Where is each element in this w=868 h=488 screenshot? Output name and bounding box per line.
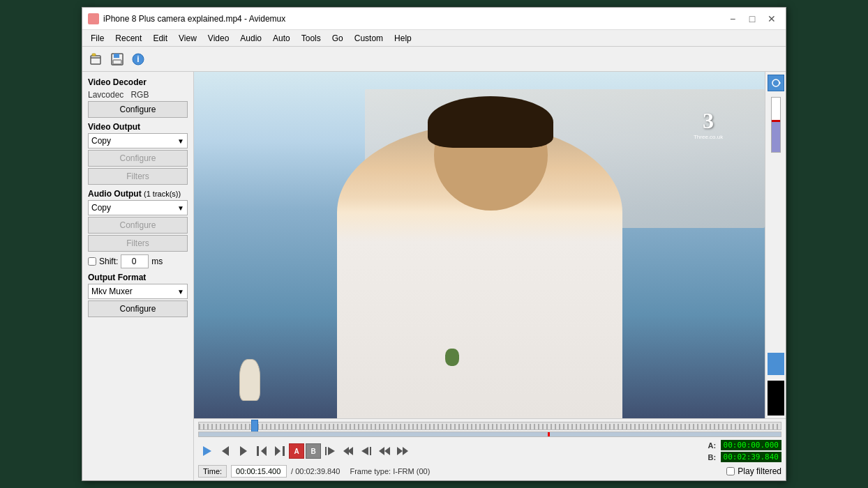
output-format-configure-btn[interactable]: Configure [88, 300, 188, 317]
close-btn[interactable]: ✕ [763, 10, 780, 27]
decoder-configure-btn[interactable]: Configure [88, 101, 188, 118]
menu-custom[interactable]: Custom [349, 30, 389, 46]
codec-name: Lavcodec [88, 90, 124, 100]
mark-a-btn[interactable]: A [289, 443, 304, 459]
svg-rect-15 [325, 447, 327, 455]
output-format-dropdown-row: Mkv Muxer ▼ [88, 284, 188, 299]
output-format-arrow-icon: ▼ [177, 288, 184, 296]
svg-marker-23 [397, 447, 403, 455]
a-time-value: 00:00:00.000 [721, 440, 781, 450]
next-frame-btn[interactable] [234, 442, 253, 460]
svg-marker-21 [379, 447, 384, 455]
playback-section: A B [194, 439, 786, 464]
rewind-btn[interactable] [375, 442, 394, 460]
toolbar: i [82, 47, 786, 72]
svg-rect-4 [113, 60, 121, 64]
audio-output-dropdown-row: Copy ▼ [88, 200, 188, 215]
info-toolbar-btn[interactable]: i [128, 49, 148, 69]
menu-help[interactable]: Help [389, 30, 417, 46]
prev-frame-btn[interactable] [216, 442, 234, 460]
output-format-section: Output Format Mkv Muxer ▼ Configure [88, 273, 188, 317]
main-content: Video Decoder Lavcodec RGB Configure Vid… [82, 72, 786, 480]
video-decoder-section: Video Decoder Lavcodec RGB Configure [88, 77, 188, 118]
audio-output-value: Copy [91, 203, 111, 213]
window-controls: − □ ✕ [724, 10, 780, 27]
video-output-filters-btn[interactable]: Filters [88, 168, 188, 185]
b-time-row: B: 00:02:39.840 [708, 452, 781, 462]
maximize-btn[interactable]: □ [744, 10, 761, 27]
play-filtered-checkbox[interactable] [726, 467, 735, 475]
shift-checkbox[interactable] [88, 257, 96, 266]
play-btn[interactable] [198, 442, 216, 460]
a-time-row: A: 00:00:00.000 [708, 440, 781, 450]
volume-slider[interactable] [771, 97, 781, 153]
ffwd-btn[interactable] [394, 442, 412, 460]
status-section: Time: 00:00:15.400 / 00:02:39.840 Frame … [194, 464, 786, 480]
audio-output-section: Audio Output (1 track(s)) Copy ▼ Configu… [88, 189, 188, 268]
seek-bar-track [199, 424, 781, 429]
video-output-value: Copy [91, 136, 111, 146]
svg-rect-12 [257, 446, 259, 456]
shift-label: Shift: [99, 257, 118, 266]
a-label: A: [708, 441, 718, 450]
video-output-arrow-icon: ▼ [177, 137, 184, 145]
play-filtered-label: Play filtered [738, 466, 781, 476]
video-output-configure-btn[interactable]: Configure [88, 150, 188, 167]
menu-go[interactable]: Go [327, 30, 349, 46]
svg-marker-9 [222, 446, 229, 456]
volume-section [771, 97, 781, 153]
title-bar: iPhone 8 Plus camera explained.mp4 - Avi… [82, 8, 786, 30]
goto-start-btn[interactable] [321, 442, 339, 460]
menu-bar: File Recent Edit View Video Audio Auto T… [82, 30, 786, 47]
svg-marker-8 [203, 446, 211, 456]
next-keyframe-btn[interactable] [271, 442, 289, 460]
open-toolbar-btn[interactable] [87, 49, 106, 69]
app-icon [88, 13, 99, 24]
goto-end-btn[interactable] [357, 442, 375, 460]
svg-marker-24 [403, 447, 408, 455]
menu-recent[interactable]: Recent [110, 30, 147, 46]
minimize-btn[interactable]: − [724, 10, 741, 27]
menu-audio[interactable]: Audio [234, 30, 267, 46]
output-format-dropdown[interactable]: Mkv Muxer ▼ [88, 284, 188, 299]
prev-keyframe-btn[interactable] [253, 442, 271, 460]
video-output-dropdown[interactable]: Copy ▼ [88, 133, 188, 148]
prev-sec-btn[interactable] [339, 442, 357, 460]
time-total: / 00:02:39.840 [291, 467, 340, 475]
video-output-dropdown-row: Copy ▼ [88, 133, 188, 148]
audio-output-arrow-icon: ▼ [177, 204, 184, 212]
loop-btn[interactable] [768, 75, 784, 91]
shift-row: Shift: ms [88, 254, 188, 268]
shift-input[interactable] [121, 254, 149, 268]
decoder-info: Lavcodec RGB [88, 89, 188, 101]
codec-format: RGB [130, 90, 149, 100]
time-label: Time: [198, 465, 227, 478]
menu-file[interactable]: File [85, 30, 110, 46]
audio-filters-btn[interactable]: Filters [88, 235, 188, 252]
menu-edit[interactable]: Edit [147, 30, 173, 46]
b-label: B: [708, 453, 718, 462]
mark-b-btn[interactable]: B [306, 443, 321, 459]
right-panel-active-indicator [768, 353, 784, 375]
frame-type: Frame type: I-FRM (00) [350, 467, 430, 475]
app-window: iPhone 8 Plus camera explained.mp4 - Avi… [82, 7, 786, 481]
seek-bar[interactable] [198, 422, 781, 430]
svg-rect-0 [91, 56, 100, 64]
menu-tools[interactable]: Tools [296, 30, 327, 46]
menu-view[interactable]: View [173, 30, 202, 46]
audio-output-dropdown[interactable]: Copy ▼ [88, 200, 188, 215]
menu-auto[interactable]: Auto [267, 30, 296, 46]
play-filtered-section: Play filtered [726, 466, 781, 476]
save-toolbar-btn[interactable] [107, 49, 127, 69]
video-thumbnail [768, 381, 784, 415]
b-time-value: 00:02:39.840 [721, 452, 781, 462]
shift-unit: ms [151, 257, 163, 266]
seek-thumb[interactable] [251, 420, 258, 432]
svg-rect-19 [370, 447, 371, 455]
svg-marker-7 [779, 82, 781, 84]
svg-marker-16 [328, 447, 335, 455]
ab-bar[interactable] [198, 432, 781, 437]
audio-configure-btn[interactable]: Configure [88, 217, 188, 234]
svg-rect-1 [92, 54, 96, 56]
menu-video[interactable]: Video [202, 30, 234, 46]
